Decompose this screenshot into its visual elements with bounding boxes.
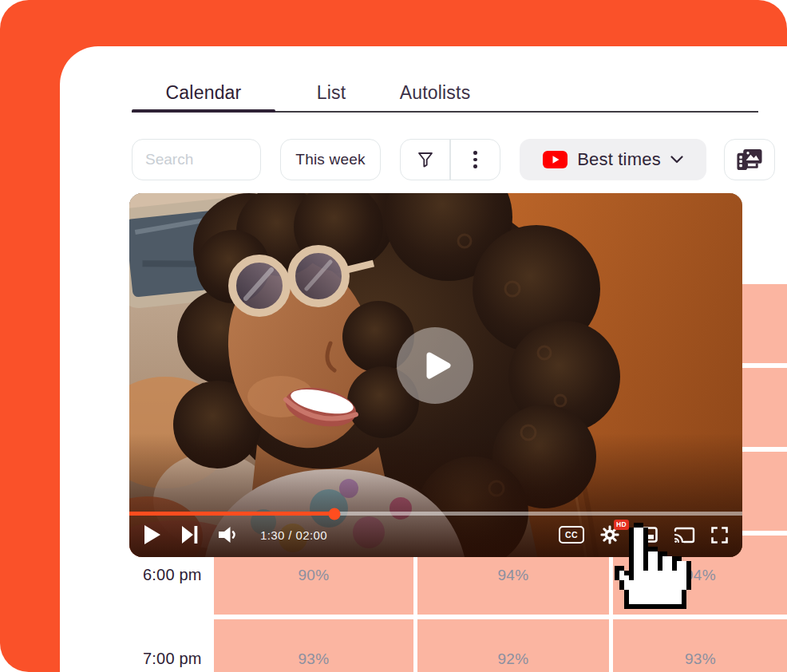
tab-calendar[interactable]: Calendar bbox=[132, 82, 275, 104]
active-tab-indicator bbox=[132, 109, 275, 113]
progress-fill bbox=[129, 512, 334, 516]
media-library-icon bbox=[734, 147, 765, 173]
player-controls: 1:30 / 02:00 CC bbox=[129, 519, 742, 551]
settings-button[interactable]: HD bbox=[600, 525, 619, 544]
progress-bar[interactable] bbox=[129, 512, 742, 516]
next-icon[interactable] bbox=[182, 526, 198, 544]
video-player[interactable]: 1:30 / 02:00 CC bbox=[129, 193, 742, 557]
more-options-button[interactable] bbox=[451, 140, 500, 180]
time-slot[interactable]: 92% bbox=[417, 619, 609, 672]
time-slot[interactable]: 93% bbox=[214, 619, 413, 672]
pip-icon[interactable] bbox=[635, 527, 658, 543]
hd-badge: HD bbox=[614, 520, 629, 530]
time-display: 1:30 / 02:00 bbox=[260, 528, 327, 542]
play-icon bbox=[416, 346, 454, 385]
cc-icon[interactable]: CC bbox=[559, 526, 584, 544]
filter-button[interactable] bbox=[401, 140, 449, 180]
chevron-down-icon bbox=[670, 156, 683, 164]
cast-icon[interactable] bbox=[674, 527, 695, 544]
filter-menu-group bbox=[400, 139, 500, 180]
time-slot[interactable]: 93% bbox=[613, 619, 787, 672]
time-label: 7:00 pm bbox=[129, 619, 210, 672]
media-library-button[interactable] bbox=[724, 139, 775, 180]
funnel-icon bbox=[416, 150, 435, 169]
best-times-label: Best times bbox=[577, 149, 661, 170]
tab-autolists[interactable]: Autolists bbox=[387, 82, 483, 104]
volume-icon[interactable] bbox=[219, 526, 238, 544]
search-input[interactable] bbox=[132, 139, 261, 180]
progress-thumb[interactable] bbox=[329, 508, 341, 520]
play-control-icon[interactable] bbox=[144, 524, 161, 545]
toolbar: This week Best times bbox=[132, 139, 775, 180]
date-range-button[interactable]: This week bbox=[280, 139, 381, 180]
best-times-dropdown[interactable]: Best times bbox=[520, 139, 706, 180]
play-button[interactable] bbox=[397, 327, 473, 404]
kebab-menu-icon bbox=[473, 151, 477, 168]
tab-list[interactable]: List bbox=[295, 82, 367, 104]
youtube-icon bbox=[543, 151, 568, 168]
fullscreen-icon[interactable] bbox=[711, 527, 728, 544]
tab-bar: Calendar List Autolists bbox=[132, 80, 483, 104]
